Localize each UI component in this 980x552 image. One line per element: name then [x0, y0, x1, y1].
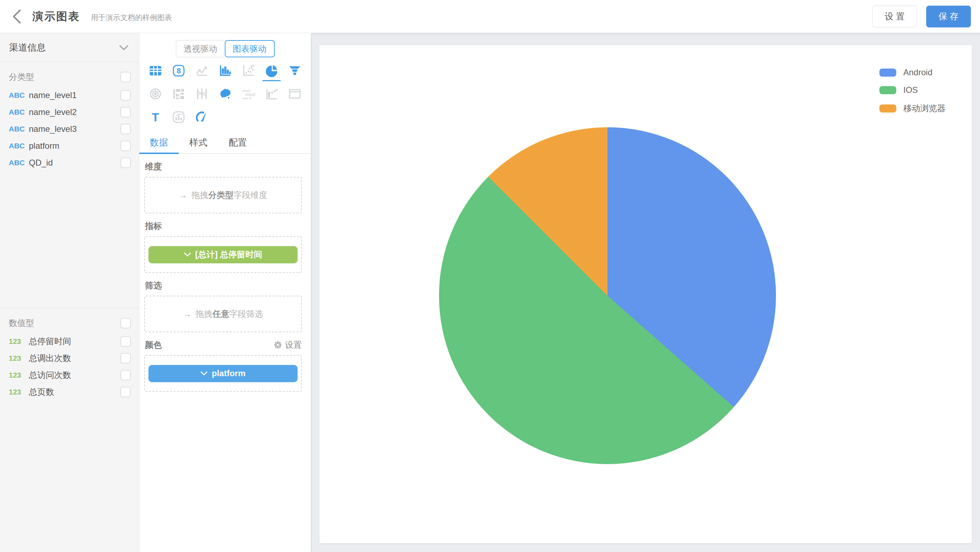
text-icon[interactable]: T	[144, 105, 167, 128]
svg-text:T: T	[152, 110, 159, 124]
iframe-icon[interactable]	[283, 82, 306, 105]
field-checkbox[interactable]	[120, 124, 131, 134]
svg-text:agile Bi: agile Bi	[242, 97, 251, 100]
legend-item[interactable]: 移动浏览器	[880, 103, 945, 114]
categorical-group-label: 分类型	[9, 71, 34, 82]
field-name: name_level3	[29, 124, 77, 134]
scatter-chart-icon[interactable]	[237, 59, 260, 82]
chevron-down-icon	[184, 252, 191, 257]
string-type-badge: ABC	[9, 125, 29, 133]
radar-chart-icon[interactable]	[144, 82, 167, 105]
field-row[interactable]: 123 总调出次数	[0, 350, 139, 367]
table-icon[interactable]	[144, 59, 167, 82]
color-dropzone[interactable]: platform	[144, 355, 302, 392]
metric-pill[interactable]: [总计] 总停留时间	[148, 246, 298, 263]
string-type-badge: ABC	[9, 159, 29, 167]
color-settings-label: 设置	[285, 339, 302, 351]
field-name: 总访问次数	[29, 370, 71, 381]
pie-chart[interactable]	[439, 127, 776, 464]
funnel-chart-icon[interactable]	[283, 59, 306, 82]
legend-label: 移动浏览器	[903, 103, 945, 114]
metric-section-label: 指标	[145, 220, 302, 232]
bar-chart-icon[interactable]	[213, 59, 237, 82]
page-title: 演示图表	[32, 9, 80, 24]
arrow-right-icon: →	[179, 190, 187, 200]
numeric-group-label: 数值型	[9, 317, 34, 329]
field-checkbox[interactable]	[120, 353, 131, 363]
line-chart-icon[interactable]	[190, 59, 213, 82]
chevron-down-icon	[200, 371, 208, 376]
pie-chart-icon[interactable]	[260, 59, 283, 82]
bi-chart-editor: 演示图表 用于演示文档的样例图表 设 置 保 存 渠道信息 分类型 ABC	[0, 0, 980, 552]
number-card-icon[interactable]: 8	[167, 59, 190, 82]
field-row[interactable]: 123 总访问次数	[0, 367, 139, 384]
svg-text:8: 8	[177, 67, 181, 75]
header-actions: 设 置 保 存	[872, 6, 971, 27]
legend-swatch	[880, 86, 896, 94]
dataset-sidebar: 渠道信息 分类型 ABC name_level1 ABC name_level	[0, 33, 139, 552]
legend-swatch	[880, 68, 896, 77]
dimension-placeholder: → 拖拽分类型字段维度	[179, 189, 267, 201]
field-row[interactable]: ABC QD_id	[0, 154, 139, 171]
wordcloud-icon[interactable]: wordcloudagile Bi	[237, 82, 260, 105]
main: 渠道信息 分类型 ABC name_level1 ABC name_level	[0, 33, 980, 552]
field-checkbox[interactable]	[120, 141, 131, 151]
dataset-name: 渠道信息	[9, 41, 46, 54]
flow-table-icon[interactable]	[167, 82, 190, 105]
legend-item[interactable]: IOS	[880, 85, 945, 95]
field-row[interactable]: ABC name_level1	[0, 87, 139, 104]
tab-style[interactable]: 样式	[179, 133, 218, 153]
string-type-badge: ABC	[9, 142, 29, 150]
field-row[interactable]: ABC platform	[0, 138, 139, 154]
string-type-badge: ABC	[9, 91, 29, 100]
config-tabs: 数据 样式 配置	[139, 133, 311, 154]
filter-dropzone[interactable]: → 拖拽任意字段筛选	[144, 296, 302, 332]
pivot-driven-toggle[interactable]: 透视驱动	[176, 40, 225, 57]
gauge-icon[interactable]	[190, 105, 213, 128]
categorical-field-group: 分类型 ABC name_level1 ABC name_level2 ABC …	[0, 62, 139, 308]
field-name: name_level1	[29, 90, 77, 100]
field-checkbox[interactable]	[120, 387, 131, 397]
field-checkbox[interactable]	[120, 90, 131, 101]
field-name: 总调出次数	[29, 353, 71, 364]
rich-chart-icon[interactable]	[167, 105, 190, 128]
categorical-select-all-checkbox[interactable]	[120, 72, 131, 82]
field-row[interactable]: 123 总页数	[0, 384, 139, 400]
chevron-left-icon	[12, 9, 22, 24]
chevron-down-icon	[119, 42, 128, 53]
gear-icon	[274, 341, 282, 349]
chart-card: Android IOS 移动浏览器	[320, 45, 972, 543]
field-row[interactable]: ABC name_level2	[0, 104, 139, 121]
dataset-selector[interactable]: 渠道信息	[0, 33, 139, 62]
page-subtitle: 用于演示文档的样例图表	[91, 13, 172, 22]
save-button[interactable]: 保 存	[926, 6, 971, 27]
field-row[interactable]: 123 总停留时间	[0, 333, 139, 350]
color-section-label: 颜色 设置	[145, 339, 302, 351]
color-pill-label: platform	[212, 368, 245, 378]
parallel-chart-icon[interactable]	[190, 82, 213, 105]
tab-data[interactable]: 数据	[139, 133, 179, 153]
waterfall-chart-icon[interactable]	[260, 82, 283, 105]
chart-driven-toggle[interactable]: 图表驱动	[225, 40, 275, 57]
legend-item[interactable]: Android	[880, 68, 945, 77]
back-button[interactable]	[9, 6, 25, 27]
field-name: name_level2	[29, 107, 77, 117]
legend-swatch	[880, 105, 896, 113]
legend-label: IOS	[903, 85, 918, 95]
number-type-badge: 123	[9, 388, 29, 396]
color-settings-button[interactable]: 设置	[274, 339, 302, 351]
field-checkbox[interactable]	[120, 370, 131, 381]
numeric-field-group: 数值型 123 总停留时间 123 总调出次数 123 总访问次数	[0, 308, 139, 400]
dimension-dropzone[interactable]: → 拖拽分类型字段维度	[144, 177, 302, 213]
mode-toggle: 透视驱动 图表驱动	[139, 33, 311, 57]
china-map-icon[interactable]	[213, 82, 237, 105]
field-checkbox[interactable]	[120, 157, 131, 168]
field-checkbox[interactable]	[120, 336, 131, 347]
color-pill[interactable]: platform	[148, 365, 298, 382]
field-row[interactable]: ABC name_level3	[0, 121, 139, 138]
tab-settings[interactable]: 配置	[218, 133, 258, 153]
metric-dropzone[interactable]: [总计] 总停留时间	[144, 236, 302, 273]
numeric-select-all-checkbox[interactable]	[120, 318, 131, 328]
field-checkbox[interactable]	[120, 107, 131, 117]
settings-button[interactable]: 设 置	[872, 6, 917, 27]
